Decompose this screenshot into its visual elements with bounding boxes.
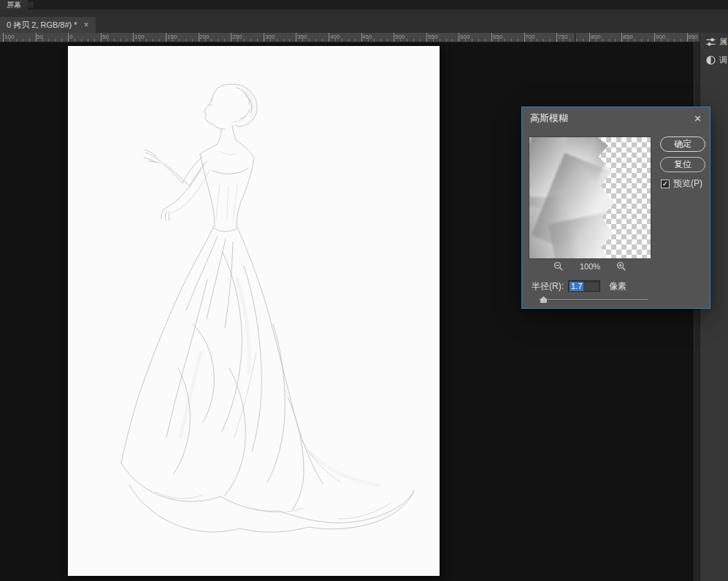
zoom-in-icon [616,261,627,272]
ruler-label: 150 [167,34,177,40]
ruler-label: 400 [330,34,340,40]
ruler-label: 900 [656,34,665,40]
screen-mode-button[interactable]: 屏幕 [0,0,28,9]
toolbar-fragment [27,1,34,8]
gaussian-blur-dialog: 高斯模糊 ✕ 100% [521,107,710,309]
ruler-label: 450 [362,34,372,40]
fashion-sketch [68,46,440,576]
ruler-label: 300 [265,34,275,40]
document-tab[interactable]: 0 拷贝 2, RGB/8#) * × [0,17,96,33]
menu-bar: 屏幕 [0,0,728,9]
radius-unit-label: 像素 [609,280,627,293]
ruler-label: 750 [558,34,567,40]
preview-checkbox[interactable]: ✓ [661,180,670,188]
zoom-out-button[interactable] [553,261,564,272]
ruler-label: 350 [297,34,307,40]
blur-preview-thumbnail[interactable] [529,136,651,259]
document-tab-title: 0 拷贝 2, RGB/8#) * [7,20,77,31]
dialog-close-icon[interactable]: ✕ [694,113,702,124]
ruler-cursor-marker [575,33,575,42]
document-canvas[interactable] [68,46,440,576]
ruler-label: 50 [37,34,43,40]
properties-panel-button[interactable]: 属 [700,33,728,51]
dialog-title: 高斯模糊 [530,112,568,125]
preview-checkbox-row[interactable]: ✓ 预览(P) [661,177,702,190]
radius-row: 半径(R): 1.7 像素 [532,280,627,293]
ruler-label: 800 [591,34,600,40]
zoom-out-icon [553,261,564,272]
adjustments-panel-icon [705,55,716,66]
radius-slider-track[interactable] [539,299,648,301]
ruler-label: 650 [493,34,502,40]
radius-slider-thumb[interactable] [540,296,547,303]
dialog-titlebar[interactable]: 高斯模糊 ✕ [522,107,710,129]
ruler-label: 50 [102,34,109,40]
preview-checkbox-label: 预览(P) [673,177,702,190]
radius-slider[interactable] [539,295,648,304]
ruler-label: 850 [623,34,632,40]
blur-preview-image [529,137,651,258]
preview-zoom-controls: 100% [529,261,651,272]
ruler-label: 100 [134,34,144,40]
ruler-label: 600 [460,34,470,40]
ruler-label: 950 [688,34,697,40]
ok-button[interactable]: 确定 [660,136,705,152]
ruler-label: 700 [525,34,534,40]
radius-value-selected: 1.7 [570,282,583,291]
ruler-label: 250 [232,34,242,40]
radius-label: 半径(R): [532,280,564,293]
ruler-label: 500 [395,34,405,40]
properties-panel-label: 属 [719,36,727,47]
tab-close-icon[interactable]: × [84,20,89,30]
ruler-label: 200 [199,34,209,40]
properties-panel-icon [705,36,716,47]
ruler-label: 100 [4,34,14,40]
zoom-in-button[interactable] [616,261,627,272]
radius-input[interactable]: 1.7 [568,280,600,292]
adjustments-panel-label: 调 [719,55,727,66]
zoom-level-text: 100% [580,262,600,271]
horizontal-ruler[interactable]: 1005005010015020025030035040045050055060… [0,33,700,42]
adjustments-panel-button[interactable]: 调 [700,51,728,69]
ruler-label: 550 [428,34,437,40]
photoshop-window: 屏幕 0 拷贝 2, RGB/8#) * × 10050050100150200… [0,0,728,581]
document-tab-bar: 0 拷贝 2, RGB/8#) * × [0,9,728,33]
ruler-label: 0 [69,34,72,40]
reset-button[interactable]: 复位 [660,157,705,172]
